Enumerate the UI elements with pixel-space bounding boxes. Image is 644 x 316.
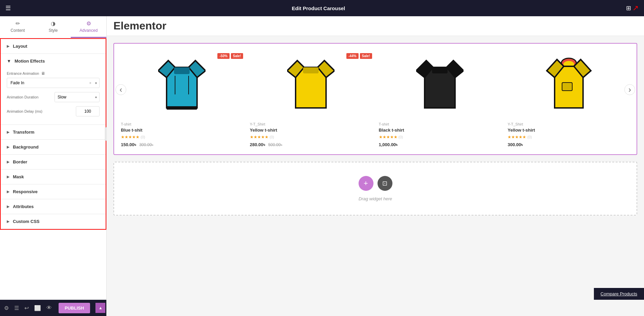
- product-category: Y-T_Shirt: [250, 122, 372, 126]
- section-transform[interactable]: ▶ Transform: [1, 125, 106, 140]
- product-image-wrapper: -50% Sale!: [121, 50, 243, 118]
- animation-duration-row: Animation Duration Default Slow Normal F…: [7, 92, 100, 102]
- yellow-tshirt-svg: [287, 57, 335, 111]
- product-stars: ★★★★★ (0): [379, 135, 501, 139]
- product-price: 300.00৳: [508, 142, 630, 148]
- preview-icon[interactable]: 👁: [46, 305, 52, 311]
- publish-button[interactable]: PUBLISH: [59, 303, 90, 313]
- animation-delay-input[interactable]: [76, 106, 100, 116]
- product-category: T-shirt: [379, 122, 501, 126]
- product-name[interactable]: Yellow t-shirt: [508, 128, 630, 133]
- section-custom-css[interactable]: ▶ Custom CSS: [1, 214, 106, 229]
- product-card: -44% Sale!: [250, 50, 372, 148]
- elementor-header: Elementor: [107, 16, 644, 36]
- current-price: 280.00৳: [250, 142, 265, 147]
- drop-zone: + ⊡ Drag widget here: [113, 162, 637, 216]
- section-attributes[interactable]: ▶ Attributes: [1, 199, 106, 214]
- section-mask[interactable]: ▶ Mask: [1, 170, 106, 184]
- red-arrow-icon: ↗: [632, 4, 639, 13]
- animation-duration-select-wrapper: Default Slow Normal Fast ▾: [55, 92, 100, 102]
- collapse-handle[interactable]: ‹: [105, 127, 106, 141]
- badge-sale: Sale!: [231, 53, 243, 59]
- carousel-wrapper: ‹ -50% Sale!: [121, 50, 630, 148]
- hamburger-icon[interactable]: ☰: [5, 4, 11, 12]
- section-layout-label: Layout: [13, 44, 27, 49]
- chevron-down-icon: ▼: [7, 59, 11, 64]
- layers-icon[interactable]: ☰: [14, 305, 19, 311]
- product-name[interactable]: Blue t-shit: [121, 128, 243, 133]
- product-card: T-shirt Black t-shirt ★★★★★ (0) 1,000.00…: [379, 50, 501, 148]
- section-border[interactable]: ▶ Border: [1, 155, 106, 170]
- section-layout[interactable]: ▶ Layout: [1, 39, 106, 54]
- entrance-animation-select[interactable]: Fade In Fade Up Fade Down Zoom In None: [7, 78, 100, 88]
- product-card: Y-T_Shirt Yellow t-shirt ★★★★★ (0) 300.0…: [508, 50, 630, 148]
- current-price: 1,000.00৳: [379, 142, 398, 147]
- section-responsive[interactable]: ▶ Responsive: [1, 184, 106, 199]
- carousel-next-button[interactable]: ›: [624, 84, 635, 95]
- compare-products-bar[interactable]: Compare Products: [594, 287, 644, 300]
- svg-rect-3: [167, 106, 197, 110]
- responsive-icon[interactable]: ⬜: [34, 305, 41, 311]
- monitor-icon: 🖥: [41, 71, 45, 76]
- product-image: [121, 50, 243, 118]
- products-grid: -50% Sale!: [121, 50, 630, 148]
- section-background-label: Background: [13, 144, 39, 150]
- add-widget-button[interactable]: +: [359, 176, 373, 191]
- sidebar-tabs: ✏ Content ◑ Style ⚙ Advanced: [0, 16, 106, 38]
- product-image-wrapper: -44% Sale!: [250, 50, 372, 118]
- chevron-right-icon: ▶: [7, 160, 9, 164]
- section-motion-effects: ▼ Motion Effects Entrance Animation 🖥: [1, 54, 106, 125]
- main-content: Elementor ‹ -50% Sale!: [107, 16, 644, 316]
- badge-container: -44% Sale!: [346, 53, 372, 59]
- sidebar-content: ▶ Layout ▼ Motion Effects Entrance Anima…: [0, 38, 106, 300]
- entrance-animation-select-wrapper: Fade In Fade Up Fade Down Zoom In None ×…: [7, 78, 100, 88]
- product-name[interactable]: Yellow t-shirt: [250, 128, 372, 133]
- blue-tshirt-svg: [158, 57, 206, 111]
- section-border-label: Border: [13, 159, 27, 164]
- section-transform-label: Transform: [13, 130, 35, 135]
- drop-zone-text: Drag widget here: [359, 196, 392, 201]
- page-title: Edit Product Carousel: [11, 5, 626, 11]
- yellow2-tshirt-svg: [545, 55, 593, 113]
- motion-effects-label: Motion Effects: [15, 59, 45, 64]
- chevron-right-icon: ▶: [7, 190, 9, 194]
- product-price: 1,000.00৳: [379, 142, 501, 148]
- product-name[interactable]: Black t-shirt: [379, 128, 501, 133]
- section-background[interactable]: ▶ Background: [1, 140, 106, 155]
- old-price: 500.00৳: [268, 142, 282, 147]
- animation-delay-row: Animation Delay (ms): [7, 106, 100, 116]
- product-image-wrapper: [508, 50, 630, 118]
- current-price: 150.00৳: [121, 142, 136, 147]
- svg-rect-10: [303, 67, 319, 73]
- svg-rect-14: [432, 67, 448, 73]
- motion-effects-header[interactable]: ▼ Motion Effects: [1, 54, 106, 68]
- product-card: -50% Sale!: [121, 50, 243, 148]
- motion-effects-body: Entrance Animation 🖥 Fade In Fade Up Fad…: [1, 68, 106, 125]
- tab-content[interactable]: ✏ Content: [0, 16, 36, 38]
- black-tshirt-svg: [416, 57, 464, 111]
- chevron-right-icon: ▶: [7, 130, 9, 134]
- history-icon[interactable]: ↩: [24, 305, 29, 311]
- tab-style[interactable]: ◑ Style: [36, 16, 71, 38]
- badge-percent: -44%: [346, 53, 358, 59]
- folder-button[interactable]: ⊡: [378, 176, 392, 191]
- chevron-right-icon: ▶: [7, 205, 9, 208]
- tab-content-label: Content: [10, 28, 25, 33]
- product-price: 280.00৳ 500.00৳: [250, 142, 372, 148]
- product-category: Y-T_Shirt: [508, 122, 630, 126]
- section-attributes-label: Attributes: [13, 204, 34, 209]
- select-clear-icon[interactable]: ×: [89, 81, 91, 85]
- grid-icon[interactable]: ⊞: [626, 4, 631, 12]
- product-image: [250, 50, 372, 118]
- product-stars: ★★★★★ (0): [508, 135, 630, 139]
- badge-percent: -50%: [217, 53, 229, 59]
- chevron-right-icon: ▶: [7, 220, 9, 223]
- animation-duration-select[interactable]: Default Slow Normal Fast: [55, 92, 100, 102]
- badge-sale: Sale!: [360, 53, 372, 59]
- drop-zone-buttons: + ⊡: [359, 176, 392, 191]
- badge-container: -50% Sale!: [217, 53, 243, 59]
- settings-icon[interactable]: ⚙: [4, 305, 9, 311]
- tab-advanced[interactable]: ⚙ Advanced: [71, 16, 106, 38]
- chevron-up-button[interactable]: ▲: [95, 303, 105, 313]
- animation-duration-label: Animation Duration: [7, 95, 52, 99]
